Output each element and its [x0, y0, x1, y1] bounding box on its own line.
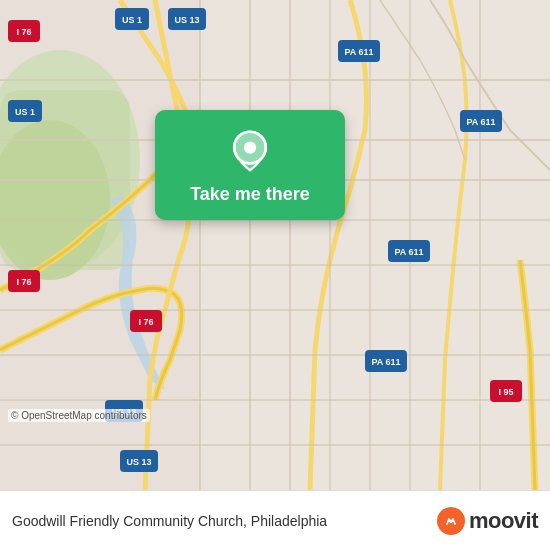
moovit-icon: [437, 507, 465, 535]
svg-text:PA 611: PA 611: [466, 117, 495, 127]
svg-text:I 95: I 95: [498, 387, 513, 397]
svg-rect-4: [200, 0, 550, 490]
svg-point-50: [245, 142, 256, 153]
svg-text:I 76: I 76: [16, 277, 31, 287]
svg-text:PA 611: PA 611: [344, 47, 373, 57]
take-me-label: Take me there: [190, 184, 310, 205]
map-container: I 76 US 1 US 1 US 13 PA 611 PA 611 PA 61…: [0, 0, 550, 490]
svg-text:I 76: I 76: [16, 27, 31, 37]
location-pin-icon: [228, 130, 272, 174]
svg-text:I 76: I 76: [138, 317, 153, 327]
info-bar: Goodwill Friendly Community Church, Phil…: [0, 490, 550, 550]
location-text: Goodwill Friendly Community Church, Phil…: [12, 513, 437, 529]
take-me-there-button[interactable]: Take me there: [155, 110, 345, 220]
moovit-logo[interactable]: moovit: [437, 507, 538, 535]
svg-text:PA 611: PA 611: [371, 357, 400, 367]
moovit-text: moovit: [469, 508, 538, 534]
svg-text:PA 611: PA 611: [394, 247, 423, 257]
svg-text:US 13: US 13: [174, 15, 199, 25]
svg-text:US 1: US 1: [122, 15, 142, 25]
svg-text:US 13: US 13: [126, 457, 151, 467]
copyright-text: © OpenStreetMap contributors: [8, 409, 150, 422]
svg-text:US 1: US 1: [15, 107, 35, 117]
